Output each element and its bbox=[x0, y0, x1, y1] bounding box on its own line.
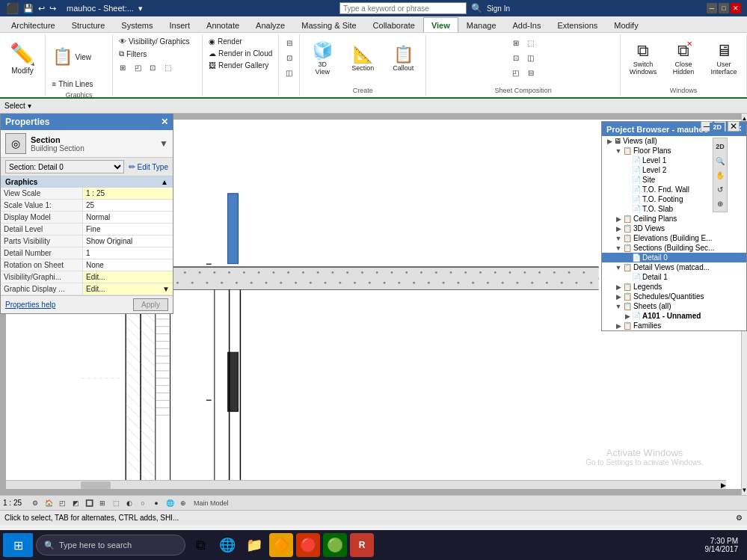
small-icon-c[interactable]: ◫ bbox=[283, 66, 296, 79]
user-interface-btn[interactable]: 🖥 UserInterface bbox=[704, 36, 743, 81]
pb-tree-item[interactable]: ▼📋Sheets (all) bbox=[602, 301, 746, 311]
tab-annotate[interactable]: Annotate bbox=[198, 17, 248, 32]
visibility-graphics-btn[interactable]: 👁 Visibility/ Graphics bbox=[116, 36, 199, 47]
title-search-input[interactable] bbox=[339, 2, 467, 14]
switch-windows-btn[interactable]: ⧉ SwitchWindows bbox=[624, 36, 663, 81]
pb-tree-item[interactable]: 📄Detail 1 bbox=[602, 272, 746, 282]
view-ctrl-5[interactable]: 🔲 bbox=[83, 497, 95, 509]
taskbar-app3[interactable]: 🟢 bbox=[323, 533, 347, 557]
render-cloud-btn[interactable]: ☁ Render in Cloud bbox=[206, 48, 275, 59]
prop-value-visgraph[interactable]: Edit... bbox=[83, 271, 173, 283]
taskbar-app2[interactable]: 🔴 bbox=[296, 533, 320, 557]
tab-architecture[interactable]: Architecture bbox=[3, 17, 64, 32]
sheet-icon-2[interactable]: ⊡ bbox=[509, 51, 523, 64]
thin-lines-btn[interactable]: ≡ Thin Lines bbox=[49, 79, 109, 90]
zoom-tool[interactable]: 🔍 bbox=[713, 154, 727, 167]
view-ctrl-2[interactable]: 🏠 bbox=[43, 497, 55, 509]
pb-tree-item[interactable]: ▶📋Legends bbox=[602, 282, 746, 292]
view-ctrl-7[interactable]: ⬚ bbox=[110, 497, 122, 509]
scroll-down-btn[interactable]: ▼ bbox=[740, 485, 747, 495]
view-ctrl-6[interactable]: ⊞ bbox=[96, 497, 108, 509]
pb-expand-icon[interactable]: ▶ bbox=[614, 215, 623, 223]
prop-value-viewscale[interactable]: 1 : 25 bbox=[83, 188, 173, 199]
icon-btn-1[interactable]: ⊞ bbox=[116, 61, 129, 74]
pb-tree-item[interactable]: ▼📋Sections (Building Sec... bbox=[602, 243, 746, 253]
pb-tree-item[interactable]: ▶📄A101 - Unnamed bbox=[602, 311, 746, 321]
view-ctrl-12[interactable]: ⊕ bbox=[177, 497, 189, 509]
tab-insert[interactable]: Insert bbox=[162, 17, 199, 32]
prop-value-graphdisp[interactable]: Edit... ▼ bbox=[83, 283, 173, 295]
zoom-fit-tool[interactable]: ⊕ bbox=[713, 197, 727, 210]
close-btn[interactable]: ✕ bbox=[731, 3, 741, 13]
close-hidden-btn[interactable]: ⧉✕ CloseHidden bbox=[664, 36, 703, 81]
taskbar-explorer[interactable]: 📁 bbox=[242, 533, 266, 557]
tab-extensions[interactable]: Extensions bbox=[549, 17, 606, 32]
properties-header[interactable]: Properties ✕ bbox=[1, 114, 173, 130]
h-scrollbar[interactable]: ▶ bbox=[6, 480, 726, 489]
sheet-icon-3[interactable]: ◰ bbox=[509, 66, 523, 79]
view-ctrl-8[interactable]: ◐ bbox=[123, 497, 135, 509]
properties-close-icon[interactable]: ✕ bbox=[161, 117, 168, 127]
orbit-tool[interactable]: ↺ bbox=[713, 182, 727, 196]
tab-systems[interactable]: Systems bbox=[113, 17, 161, 32]
sheet-icon-6[interactable]: ⊟ bbox=[524, 66, 538, 79]
quick-access-undo[interactable]: ↩ bbox=[38, 4, 45, 13]
start-btn[interactable]: ⊞ bbox=[3, 533, 33, 557]
tab-massing[interactable]: Massing & Site bbox=[293, 17, 364, 32]
sign-in-btn[interactable]: Sign In bbox=[487, 4, 510, 13]
pan-tool[interactable]: ✋ bbox=[713, 168, 727, 182]
tab-analyze[interactable]: Analyze bbox=[248, 17, 293, 32]
sheet-icon-1[interactable]: ⊞ bbox=[509, 36, 523, 49]
view-ctrl-9[interactable]: ○ bbox=[137, 497, 149, 509]
pb-tree-item[interactable]: ▶📋Schedules/Quantities bbox=[602, 292, 746, 301]
section-btn[interactable]: 📐 Section bbox=[343, 36, 382, 81]
taskbar-app1[interactable]: 🔶 bbox=[269, 533, 293, 557]
taskbar-search[interactable]: 🔍 Type here to search bbox=[36, 535, 185, 556]
pb-expand-icon[interactable]: ▶ bbox=[614, 322, 623, 330]
taskbar-taskview[interactable]: ⧉ bbox=[188, 533, 212, 557]
icon-btn-2[interactable]: ◰ bbox=[131, 61, 144, 74]
minimize-btn[interactable]: ─ bbox=[707, 3, 717, 13]
view-ctrl-11[interactable]: 🌐 bbox=[164, 497, 176, 509]
pb-tree-item[interactable]: ▶📋Ceiling Plans bbox=[602, 214, 746, 224]
pb-expand-icon[interactable]: ▶ bbox=[614, 293, 623, 301]
sheet-icon-4[interactable]: ⬚ bbox=[524, 36, 538, 49]
pb-expand-icon[interactable]: ▼ bbox=[614, 235, 623, 242]
render-gallery-btn[interactable]: 🖼 Render Gallery bbox=[206, 60, 275, 71]
view-ctrl-1[interactable]: ⚙ bbox=[29, 497, 41, 509]
view-cube-btn[interactable]: 2D bbox=[713, 140, 727, 153]
icon-btn-4[interactable]: ⬚ bbox=[161, 61, 174, 74]
filters-btn[interactable]: ⧉ Filters bbox=[116, 48, 199, 60]
taskbar-edge[interactable]: 🌐 bbox=[215, 533, 239, 557]
quick-access-save[interactable]: 💾 bbox=[23, 4, 34, 13]
edit-type-btn[interactable]: ✏ Edit Type bbox=[129, 162, 168, 172]
view-ctrl-10[interactable]: ● bbox=[150, 497, 162, 509]
tab-modify[interactable]: Modify bbox=[606, 17, 646, 32]
callout-btn[interactable]: 📋 Callout bbox=[384, 36, 422, 81]
pb-expand-icon[interactable]: ▶ bbox=[614, 283, 623, 291]
view-ctrl-3[interactable]: ◰ bbox=[56, 497, 68, 509]
h-scrollbar-thumb[interactable] bbox=[81, 481, 111, 489]
quick-access-redo[interactable]: ↪ bbox=[49, 4, 56, 13]
prop-instance-select[interactable]: Section: Detail 0 bbox=[5, 160, 124, 173]
pb-expand-icon[interactable]: ▼ bbox=[614, 244, 623, 252]
prop-graphics-section[interactable]: Graphics ▲ bbox=[1, 176, 173, 188]
tab-addins[interactable]: Add-Ins bbox=[505, 17, 550, 32]
view-templates-btn[interactable]: 📋 View bbox=[49, 36, 109, 78]
pb-expand-icon[interactable]: ▼ bbox=[614, 264, 623, 271]
tab-manage[interactable]: Manage bbox=[458, 17, 505, 32]
icon-btn-3[interactable]: ⊡ bbox=[146, 61, 159, 74]
prop-scroll-down[interactable]: ▼ bbox=[162, 285, 170, 293]
pb-tree-item[interactable]: ▼📋Elevations (Building E... bbox=[602, 233, 746, 243]
pb-expand-icon[interactable]: ▶ bbox=[614, 225, 623, 233]
sheet-icon-5[interactable]: ◫ bbox=[524, 51, 538, 64]
view-ctrl-4[interactable]: ◩ bbox=[70, 497, 82, 509]
pb-expand-icon[interactable]: ▼ bbox=[614, 303, 623, 310]
pb-tree-item[interactable]: 📄Detail 0 bbox=[602, 253, 746, 262]
tab-view[interactable]: View bbox=[423, 17, 458, 32]
maximize-btn[interactable]: □ bbox=[719, 3, 729, 13]
title-arrow[interactable]: ▾ bbox=[138, 4, 143, 13]
apply-btn[interactable]: Apply bbox=[133, 298, 168, 311]
small-icon-b[interactable]: ⊡ bbox=[283, 51, 296, 64]
pb-expand-icon[interactable]: ▶ bbox=[623, 313, 632, 320]
